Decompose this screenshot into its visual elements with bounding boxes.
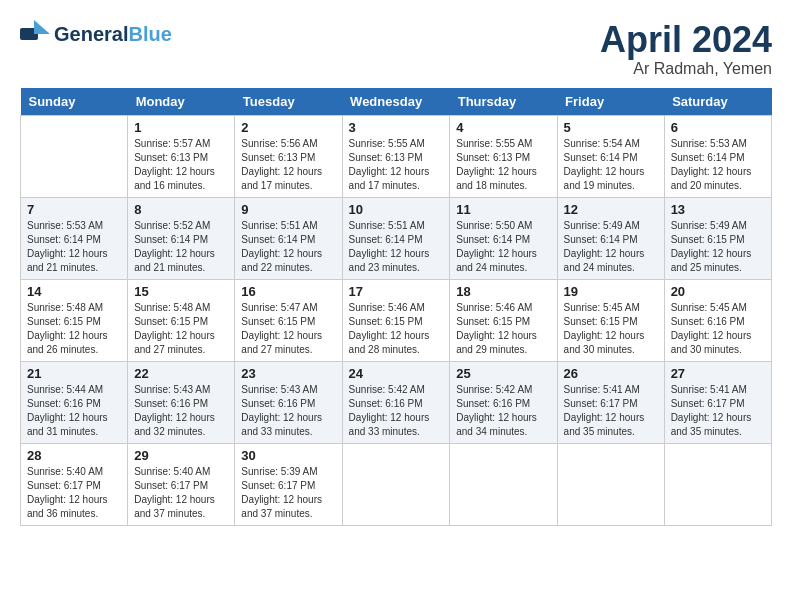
calendar-cell [21, 115, 128, 197]
day-number: 24 [349, 366, 444, 381]
calendar-cell: 27Sunrise: 5:41 AMSunset: 6:17 PMDayligh… [664, 361, 771, 443]
calendar-cell: 2Sunrise: 5:56 AMSunset: 6:13 PMDaylight… [235, 115, 342, 197]
day-info: Sunrise: 5:40 AMSunset: 6:17 PMDaylight:… [27, 465, 121, 521]
day-info: Sunrise: 5:49 AMSunset: 6:14 PMDaylight:… [564, 219, 658, 275]
day-number: 1 [134, 120, 228, 135]
day-info: Sunrise: 5:52 AMSunset: 6:14 PMDaylight:… [134, 219, 228, 275]
day-info: Sunrise: 5:47 AMSunset: 6:15 PMDaylight:… [241, 301, 335, 357]
page-header: GeneralBlue April 2024 Ar Radmah, Yemen [20, 20, 772, 78]
day-number: 8 [134, 202, 228, 217]
day-info: Sunrise: 5:42 AMSunset: 6:16 PMDaylight:… [456, 383, 550, 439]
day-info: Sunrise: 5:57 AMSunset: 6:13 PMDaylight:… [134, 137, 228, 193]
day-info: Sunrise: 5:56 AMSunset: 6:13 PMDaylight:… [241, 137, 335, 193]
day-number: 9 [241, 202, 335, 217]
calendar-cell [664, 443, 771, 525]
header-monday: Monday [128, 88, 235, 116]
header-saturday: Saturday [664, 88, 771, 116]
calendar-cell: 28Sunrise: 5:40 AMSunset: 6:17 PMDayligh… [21, 443, 128, 525]
header-tuesday: Tuesday [235, 88, 342, 116]
day-number: 17 [349, 284, 444, 299]
day-info: Sunrise: 5:53 AMSunset: 6:14 PMDaylight:… [671, 137, 765, 193]
day-number: 29 [134, 448, 228, 463]
day-info: Sunrise: 5:55 AMSunset: 6:13 PMDaylight:… [456, 137, 550, 193]
day-number: 23 [241, 366, 335, 381]
day-info: Sunrise: 5:46 AMSunset: 6:15 PMDaylight:… [349, 301, 444, 357]
calendar-week-1: 1Sunrise: 5:57 AMSunset: 6:13 PMDaylight… [21, 115, 772, 197]
calendar-cell: 14Sunrise: 5:48 AMSunset: 6:15 PMDayligh… [21, 279, 128, 361]
svg-marker-1 [34, 20, 50, 34]
day-number: 18 [456, 284, 550, 299]
calendar-week-5: 28Sunrise: 5:40 AMSunset: 6:17 PMDayligh… [21, 443, 772, 525]
calendar-cell: 20Sunrise: 5:45 AMSunset: 6:16 PMDayligh… [664, 279, 771, 361]
day-number: 16 [241, 284, 335, 299]
day-info: Sunrise: 5:41 AMSunset: 6:17 PMDaylight:… [671, 383, 765, 439]
calendar-title: April 2024 [600, 20, 772, 60]
day-number: 13 [671, 202, 765, 217]
logo: GeneralBlue [20, 20, 172, 48]
day-number: 6 [671, 120, 765, 135]
calendar-cell: 6Sunrise: 5:53 AMSunset: 6:14 PMDaylight… [664, 115, 771, 197]
calendar-location: Ar Radmah, Yemen [600, 60, 772, 78]
calendar-cell: 26Sunrise: 5:41 AMSunset: 6:17 PMDayligh… [557, 361, 664, 443]
day-info: Sunrise: 5:51 AMSunset: 6:14 PMDaylight:… [241, 219, 335, 275]
header-wednesday: Wednesday [342, 88, 450, 116]
header-thursday: Thursday [450, 88, 557, 116]
day-number: 11 [456, 202, 550, 217]
day-info: Sunrise: 5:41 AMSunset: 6:17 PMDaylight:… [564, 383, 658, 439]
logo-icon [20, 20, 50, 48]
calendar-cell: 3Sunrise: 5:55 AMSunset: 6:13 PMDaylight… [342, 115, 450, 197]
day-info: Sunrise: 5:46 AMSunset: 6:15 PMDaylight:… [456, 301, 550, 357]
day-info: Sunrise: 5:50 AMSunset: 6:14 PMDaylight:… [456, 219, 550, 275]
calendar-cell: 25Sunrise: 5:42 AMSunset: 6:16 PMDayligh… [450, 361, 557, 443]
title-block: April 2024 Ar Radmah, Yemen [600, 20, 772, 78]
day-number: 14 [27, 284, 121, 299]
calendar-cell: 13Sunrise: 5:49 AMSunset: 6:15 PMDayligh… [664, 197, 771, 279]
calendar-cell: 21Sunrise: 5:44 AMSunset: 6:16 PMDayligh… [21, 361, 128, 443]
logo-general: General [54, 23, 128, 45]
calendar-cell: 7Sunrise: 5:53 AMSunset: 6:14 PMDaylight… [21, 197, 128, 279]
day-info: Sunrise: 5:55 AMSunset: 6:13 PMDaylight:… [349, 137, 444, 193]
header-friday: Friday [557, 88, 664, 116]
calendar-cell: 19Sunrise: 5:45 AMSunset: 6:15 PMDayligh… [557, 279, 664, 361]
day-info: Sunrise: 5:42 AMSunset: 6:16 PMDaylight:… [349, 383, 444, 439]
calendar-cell [557, 443, 664, 525]
day-number: 3 [349, 120, 444, 135]
day-number: 21 [27, 366, 121, 381]
day-info: Sunrise: 5:43 AMSunset: 6:16 PMDaylight:… [241, 383, 335, 439]
day-number: 7 [27, 202, 121, 217]
calendar-cell: 16Sunrise: 5:47 AMSunset: 6:15 PMDayligh… [235, 279, 342, 361]
day-info: Sunrise: 5:43 AMSunset: 6:16 PMDaylight:… [134, 383, 228, 439]
day-info: Sunrise: 5:54 AMSunset: 6:14 PMDaylight:… [564, 137, 658, 193]
calendar-header-row: SundayMondayTuesdayWednesdayThursdayFrid… [21, 88, 772, 116]
calendar-cell: 5Sunrise: 5:54 AMSunset: 6:14 PMDaylight… [557, 115, 664, 197]
day-info: Sunrise: 5:44 AMSunset: 6:16 PMDaylight:… [27, 383, 121, 439]
calendar-cell: 15Sunrise: 5:48 AMSunset: 6:15 PMDayligh… [128, 279, 235, 361]
day-info: Sunrise: 5:53 AMSunset: 6:14 PMDaylight:… [27, 219, 121, 275]
calendar-cell: 9Sunrise: 5:51 AMSunset: 6:14 PMDaylight… [235, 197, 342, 279]
logo-blue: Blue [128, 23, 171, 45]
calendar-week-3: 14Sunrise: 5:48 AMSunset: 6:15 PMDayligh… [21, 279, 772, 361]
header-sunday: Sunday [21, 88, 128, 116]
day-number: 5 [564, 120, 658, 135]
day-number: 15 [134, 284, 228, 299]
calendar-cell: 18Sunrise: 5:46 AMSunset: 6:15 PMDayligh… [450, 279, 557, 361]
calendar-cell: 17Sunrise: 5:46 AMSunset: 6:15 PMDayligh… [342, 279, 450, 361]
day-number: 22 [134, 366, 228, 381]
calendar-cell: 23Sunrise: 5:43 AMSunset: 6:16 PMDayligh… [235, 361, 342, 443]
calendar-cell: 22Sunrise: 5:43 AMSunset: 6:16 PMDayligh… [128, 361, 235, 443]
calendar-cell: 1Sunrise: 5:57 AMSunset: 6:13 PMDaylight… [128, 115, 235, 197]
calendar-cell: 8Sunrise: 5:52 AMSunset: 6:14 PMDaylight… [128, 197, 235, 279]
day-number: 4 [456, 120, 550, 135]
day-number: 27 [671, 366, 765, 381]
calendar-cell: 12Sunrise: 5:49 AMSunset: 6:14 PMDayligh… [557, 197, 664, 279]
day-number: 20 [671, 284, 765, 299]
calendar-week-4: 21Sunrise: 5:44 AMSunset: 6:16 PMDayligh… [21, 361, 772, 443]
day-number: 19 [564, 284, 658, 299]
day-info: Sunrise: 5:45 AMSunset: 6:16 PMDaylight:… [671, 301, 765, 357]
calendar-cell: 24Sunrise: 5:42 AMSunset: 6:16 PMDayligh… [342, 361, 450, 443]
day-number: 2 [241, 120, 335, 135]
day-number: 12 [564, 202, 658, 217]
day-number: 30 [241, 448, 335, 463]
calendar-table: SundayMondayTuesdayWednesdayThursdayFrid… [20, 88, 772, 526]
calendar-cell [342, 443, 450, 525]
